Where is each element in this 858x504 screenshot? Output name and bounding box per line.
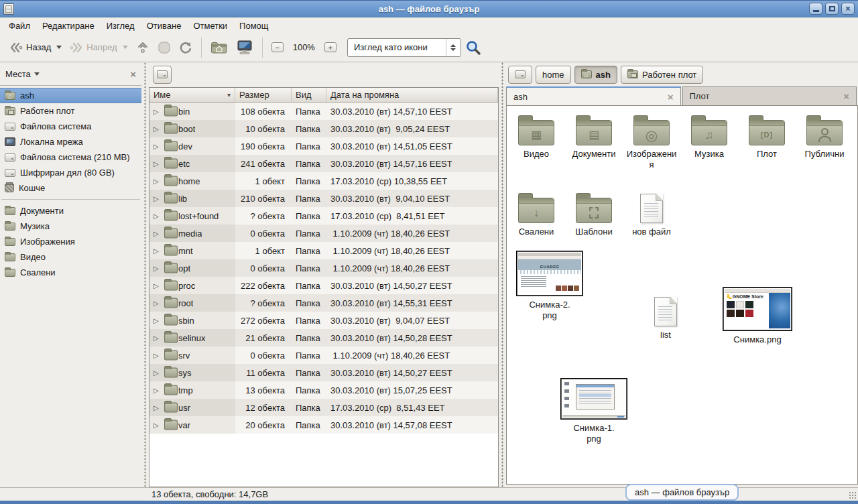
- expander-icon[interactable]: ▷: [154, 178, 161, 185]
- tree-row[interactable]: ▷ opt 0 обекта Папка 1.10.2009 (чт) 18,4…: [149, 259, 498, 277]
- places-selector[interactable]: Места: [5, 69, 40, 79]
- column-header-name[interactable]: Име▾: [149, 88, 235, 102]
- expander-icon[interactable]: ▷: [154, 282, 161, 290]
- tree-row[interactable]: ▷ srv 0 обекта Папка 1.10.2009 (чт) 18,4…: [149, 346, 498, 364]
- expander-icon[interactable]: ▷: [154, 195, 161, 202]
- zoom-out-button[interactable]: −: [267, 40, 288, 55]
- tree-row[interactable]: ▷ usr 12 обекта Папка 17.03.2010 (ср) 8,…: [149, 399, 498, 416]
- folder-item[interactable]: Документи: [567, 113, 621, 170]
- breadcrumb-button[interactable]: ash: [574, 66, 617, 84]
- view-mode-select[interactable]: Изглед като икони: [347, 38, 461, 57]
- column-header-size[interactable]: Размер: [235, 88, 292, 102]
- tab[interactable]: ash ×: [506, 86, 681, 105]
- zoom-in-button[interactable]: +: [320, 40, 341, 55]
- folder-item[interactable]: Изображения: [625, 113, 678, 170]
- expander-icon[interactable]: ▷: [154, 230, 161, 237]
- reload-button[interactable]: [175, 38, 196, 57]
- icon-view[interactable]: Видео Документи Изображения Музи: [506, 105, 858, 485]
- folder-item[interactable]: Плот: [740, 113, 794, 170]
- tree-row[interactable]: ▷ tmp 13 обекта Папка 30.03.2010 (вт) 15…: [149, 381, 498, 399]
- sidebar-item[interactable]: Файлова система: [0, 119, 141, 134]
- menu-item[interactable]: Редактиране: [36, 19, 101, 32]
- menu-item[interactable]: Отиване: [141, 19, 188, 32]
- tree-row[interactable]: ▷ sys 11 обекта Папка 30.03.2010 (вт) 14…: [149, 364, 498, 381]
- sidebar-item[interactable]: Музика: [0, 218, 141, 234]
- tree-row[interactable]: ▷ lib 210 обекта Папка 30.03.2010 (вт) 9…: [149, 190, 498, 207]
- breadcrumb-button[interactable]: [508, 66, 532, 84]
- up-button[interactable]: [132, 38, 154, 57]
- expander-icon[interactable]: ▷: [154, 317, 161, 324]
- column-header-date[interactable]: Дата на промяна: [326, 88, 498, 102]
- tree-row[interactable]: ▷ mnt 1 обект Папка 1.10.2009 (чт) 18,40…: [149, 242, 498, 259]
- tree-row[interactable]: ▷ var 20 обекта Папка 30.03.2010 (вт) 14…: [149, 416, 498, 434]
- sidebar-item[interactable]: Кошче: [0, 180, 141, 196]
- close-button[interactable]: ×: [841, 3, 855, 15]
- menu-item[interactable]: Изглед: [101, 19, 141, 32]
- tab-close-icon[interactable]: ×: [668, 91, 674, 103]
- expander-icon[interactable]: ▷: [154, 422, 161, 429]
- folder-item[interactable]: Шаблони: [567, 190, 621, 237]
- expander-icon[interactable]: ▷: [154, 334, 161, 342]
- folder-item[interactable]: Музика: [682, 113, 736, 170]
- sidebar-item[interactable]: Изображения: [0, 234, 141, 249]
- search-button[interactable]: [461, 37, 485, 58]
- expander-icon[interactable]: ▷: [154, 265, 161, 272]
- expander-icon[interactable]: ▷: [154, 212, 161, 220]
- sidebar-item[interactable]: ash: [0, 88, 141, 103]
- tree-row[interactable]: ▷ lost+found ? обекта Папка 17.03.2010 (…: [149, 207, 498, 225]
- expander-icon[interactable]: ▷: [154, 300, 161, 307]
- combo-spinner-icon[interactable]: [446, 39, 461, 56]
- computer-button[interactable]: [232, 38, 257, 58]
- tree-row[interactable]: ▷ selinux 21 обекта Папка 30.03.2010 (вт…: [149, 329, 498, 346]
- folder-item[interactable]: Публични: [798, 113, 851, 170]
- expander-icon[interactable]: ▷: [154, 387, 161, 394]
- sidebar-close-icon[interactable]: ×: [130, 68, 136, 80]
- breadcrumb-root-button[interactable]: [153, 66, 172, 84]
- expander-icon[interactable]: ▷: [154, 247, 161, 255]
- stop-button[interactable]: [154, 38, 175, 57]
- breadcrumb-button[interactable]: home: [536, 66, 571, 84]
- expander-icon[interactable]: ▷: [154, 352, 161, 359]
- tree-row[interactable]: ▷ bin 108 обекта Папка 30.03.2010 (вт) 1…: [149, 103, 498, 120]
- file-item-snimka[interactable]: 🦶GNOME Store Снимка.png: [719, 287, 796, 345]
- expander-icon[interactable]: ▷: [154, 404, 161, 412]
- file-item-list[interactable]: list: [642, 294, 689, 340]
- minimize-button[interactable]: [809, 3, 822, 15]
- tree-row[interactable]: ▷ root ? обекта Папка 30.03.2010 (вт) 14…: [149, 294, 498, 312]
- sidebar-item[interactable]: Файлова система (210 MB): [0, 149, 141, 165]
- breadcrumb-button[interactable]: Работен плот: [621, 66, 703, 84]
- pane-splitter[interactable]: [499, 62, 506, 487]
- sidebar-item[interactable]: Видео: [0, 249, 141, 265]
- expander-icon[interactable]: ▷: [154, 125, 161, 133]
- sidebar-item[interactable]: Локална мрежа: [0, 134, 141, 149]
- tree-row[interactable]: ▷ etc 241 обекта Папка 30.03.2010 (вт) 1…: [149, 155, 498, 172]
- maximize-button[interactable]: [825, 3, 839, 15]
- home-button[interactable]: [206, 38, 232, 57]
- folder-item[interactable]: Видео: [509, 113, 563, 170]
- tree-row[interactable]: ▷ home 1 обект Папка 17.03.2010 (ср) 10,…: [149, 172, 498, 190]
- sidebar-item[interactable]: Свалени: [0, 265, 141, 280]
- file-item-snimka-1[interactable]: Снимка-1.png: [555, 378, 633, 444]
- resize-grip[interactable]: [849, 491, 857, 499]
- back-button[interactable]: Назад: [5, 40, 66, 56]
- file-item-snimka-2[interactable]: GUADEC Снимка-2.png: [512, 251, 587, 321]
- folder-item[interactable]: нов файл: [625, 190, 678, 237]
- tree-list[interactable]: Име▾ Размер Вид Дата на промяна ▷ bin 10…: [149, 87, 499, 487]
- back-dropdown-icon[interactable]: [56, 46, 62, 49]
- tab-close-icon[interactable]: ×: [843, 90, 849, 102]
- tree-row[interactable]: ▷ sbin 272 обекта Папка 30.03.2010 (вт) …: [149, 312, 498, 329]
- tree-row[interactable]: ▷ dev 190 обекта Папка 30.03.2010 (вт) 1…: [149, 137, 498, 155]
- tab[interactable]: Плот ×: [682, 86, 857, 105]
- sidebar-item[interactable]: Шифриран дял (80 GB): [0, 165, 141, 180]
- menu-item[interactable]: Помощ: [233, 19, 274, 32]
- expander-icon[interactable]: ▷: [154, 108, 161, 115]
- folder-item[interactable]: Свалени: [509, 190, 563, 237]
- forward-button[interactable]: Напред: [66, 40, 131, 56]
- tree-row[interactable]: ▷ media 0 обекта Папка 1.10.2009 (чт) 18…: [149, 225, 498, 242]
- tree-row[interactable]: ▷ proc 222 обекта Папка 30.03.2010 (вт) …: [149, 277, 498, 294]
- tree-row[interactable]: ▷ boot 10 обекта Папка 30.03.2010 (вт) 9…: [149, 120, 498, 137]
- column-header-type[interactable]: Вид: [292, 88, 326, 102]
- menu-item[interactable]: Отметки: [187, 19, 233, 32]
- titlebar[interactable]: ash — файлов браузър ×: [0, 0, 858, 17]
- expander-icon[interactable]: ▷: [154, 369, 161, 377]
